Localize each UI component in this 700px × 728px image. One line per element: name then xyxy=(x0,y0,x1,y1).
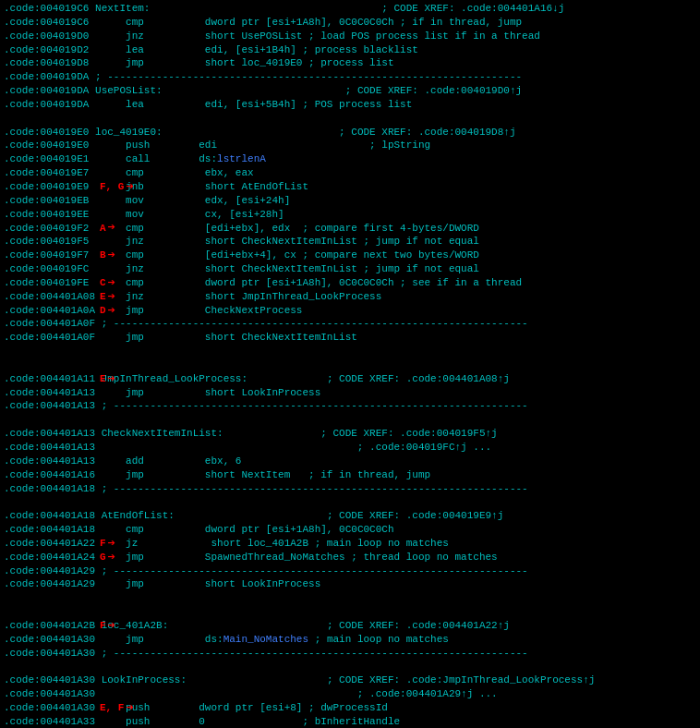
address: .code:004019EB xyxy=(4,195,126,206)
address: .code:004019EE xyxy=(4,209,126,220)
line-content: .code:004019D8 jmp short loc_4019E0 ; pr… xyxy=(0,56,700,70)
line-content: .code:004401A13 add ebx, 6 xyxy=(0,455,700,468)
address: .code:004401A0F xyxy=(4,332,126,343)
line-content: .code:004401A29 jmp short LookInProcess xyxy=(0,577,700,591)
table-row: .code:004401A30 LookInProcess: ; CODE XR… xyxy=(0,673,700,687)
operands: ebx, 6 xyxy=(175,455,242,467)
line-content: .code:004401A13 ; .code:004019FC↑j ... xyxy=(0,441,700,455)
operands: SpawnedThread_NoMatches ; thread loop no… xyxy=(175,552,498,563)
address: .code:004401A16 xyxy=(4,469,126,480)
mnemonic: jz xyxy=(126,538,175,549)
line-content: .code:004019E1 call ds:lstrlenA xyxy=(0,152,700,166)
mnemonic: push xyxy=(126,140,175,151)
table-row: .code:004401A16 jmp short NextItem ; if … xyxy=(0,468,700,482)
annotation-label: F, G xyxy=(100,180,124,194)
table-row xyxy=(0,495,700,509)
mnemonic: call xyxy=(126,153,175,164)
table-row: .code:004019D2 lea edi, [esi+1B4h] ; pro… xyxy=(0,43,700,57)
line-content: .code:004019E0 loc_4019E0: ; CODE XREF: … xyxy=(0,126,700,140)
address: .code:004019D0 xyxy=(4,30,126,42)
table-row: .code:004019DA lea edi, [esi+5B4h] ; POS… xyxy=(0,98,700,112)
annotation-label: A xyxy=(100,222,106,236)
line-content: .code:004019DA UsePOSList: ; CODE XREF: … xyxy=(0,84,700,98)
table-row: .code:004019C6 cmp dword ptr [esi+1A8h],… xyxy=(0,16,700,30)
operands: ds: xyxy=(175,634,223,645)
arrow-icon: ➔ xyxy=(108,302,115,320)
operands: edi ; lpString xyxy=(175,140,430,151)
table-row: .code:004401A29 ; ----------------------… xyxy=(0,564,700,578)
operands: [edi+ebx], edx ; compare first 4-bytes/D… xyxy=(175,223,479,234)
mnemonic: jmp xyxy=(126,552,175,563)
table-row: .code:004019E1 call ds:lstrlenA xyxy=(0,152,700,166)
table-row: .code:004401A13 jmp short LookInProcess xyxy=(0,386,700,400)
line-content: .code:004401A16 jmp short NextItem ; if … xyxy=(0,468,700,482)
line-content: .code:004019D0 jnz short UsePOSList ; lo… xyxy=(0,30,700,43)
annotation-label: F xyxy=(100,619,106,633)
line-content: .code:004401A30 ; ----------------------… xyxy=(0,647,700,661)
mnemonic: lea xyxy=(126,99,175,110)
operands: short LookInProcess xyxy=(175,578,320,589)
label-name: UsePOSList: xyxy=(95,85,163,96)
mnemonic: jmp xyxy=(126,578,175,589)
arrow-icon: ➔ xyxy=(108,617,115,635)
table-row xyxy=(0,413,700,427)
line-content: .code:004401A18 ; ----------------------… xyxy=(0,482,700,496)
operands: edx, [esi+24h] xyxy=(175,195,290,206)
table-row xyxy=(0,661,700,674)
line-content: .code:004019E0 push edi ; lpString xyxy=(0,139,700,152)
operands: dword ptr [esi+1A8h], 0C0C0C0Ch ; see if… xyxy=(175,277,522,288)
line-content: .code:004401A18 AtEndOfList: ; CODE XREF… xyxy=(0,509,700,523)
operands: edi, [esi+1B4h] ; process blacklist xyxy=(175,44,418,55)
label-name: JmpInThread_LookProcess: xyxy=(102,373,247,384)
table-row: .code:004019D8 jmp short loc_4019E0 ; pr… xyxy=(0,56,700,70)
operands: CheckNextProcess xyxy=(175,305,303,316)
mnemonic: jmp xyxy=(126,57,175,68)
line-content: .code:004019DA ; -----------------------… xyxy=(0,70,700,84)
operands: short LookInProcess xyxy=(175,387,320,398)
comment: ; main loop no matches xyxy=(308,634,449,645)
mnemonic: jmp xyxy=(126,634,175,645)
mnemonic: jnz xyxy=(126,291,175,302)
line-content: .code:004019D2 lea edi, [esi+1B4h] ; pro… xyxy=(0,43,700,57)
table-row: .code:004401A18 AtEndOfList: ; CODE XREF… xyxy=(0,509,700,523)
comment: ; .code:004019FC↑j ... xyxy=(126,442,491,453)
disassembly-view: .code:004019C6 NextItem: ; CODE XREF: .c… xyxy=(0,0,700,728)
mnemonic: jmp xyxy=(126,469,175,480)
operands: ds: xyxy=(175,153,217,164)
mnemonic: cmp xyxy=(126,524,175,535)
arrow-icon: ➔ xyxy=(126,699,133,717)
mnemonic: add xyxy=(126,455,175,467)
address: .code:004019DA xyxy=(4,99,126,110)
mnemonic: jmp xyxy=(126,332,175,343)
table-row: .code:004401A13 ; ----------------------… xyxy=(0,399,700,413)
address: .code:004019D2 xyxy=(4,44,126,55)
table-row xyxy=(0,345,700,358)
annotation-label: B xyxy=(100,249,106,262)
label-name: AtEndOfList: xyxy=(102,510,175,521)
table-row: .code:004401A30 jmp ds:Main_NoMatches ; … xyxy=(0,633,700,647)
mnemonic: cmp xyxy=(126,249,175,261)
line-content: .code:004401A30 jmp ds:Main_NoMatches ; … xyxy=(0,633,700,647)
table-row: .code:004401A33 push 0 ; bInheritHandle xyxy=(0,715,700,728)
table-row: G➔.code:004401A24 jmp SpawnedThread_NoMa… xyxy=(0,551,700,564)
label-name: NextItem: xyxy=(95,3,150,14)
table-row: .code:004401A18 ; ----------------------… xyxy=(0,482,700,496)
address: .code:004401A13 xyxy=(4,455,126,467)
line-content: .code:004019C6 cmp dword ptr [esi+1A8h],… xyxy=(0,16,700,30)
mnemonic: jnz xyxy=(126,30,175,42)
annotation-label: E xyxy=(100,372,106,386)
arrow-icon: ➔ xyxy=(108,219,115,237)
address: .code:004401A30 xyxy=(4,634,126,645)
line-content: .code:004401A33 push 0 ; bInheritHandle xyxy=(0,715,700,728)
table-row: .code:004019DA UsePOSList: ; CODE XREF: … xyxy=(0,84,700,98)
mnemonic: cmp xyxy=(126,167,175,178)
table-row: .code:004401A0F ; ----------------------… xyxy=(0,317,700,331)
table-row: .code:004401A13 add ebx, 6 xyxy=(0,455,700,468)
operands: short CheckNextItemInList ; jump if not … xyxy=(175,263,479,274)
line-content: .code:004019EB mov edx, [esi+24h] xyxy=(0,194,700,208)
address: .code:004019E1 xyxy=(4,153,126,164)
operands: short CheckNextItemInList xyxy=(175,332,357,343)
link-label[interactable]: Main_NoMatches xyxy=(223,634,308,645)
link-label[interactable]: lstrlenA xyxy=(217,153,266,164)
table-row: .code:004019D0 jnz short UsePOSList ; lo… xyxy=(0,30,700,43)
